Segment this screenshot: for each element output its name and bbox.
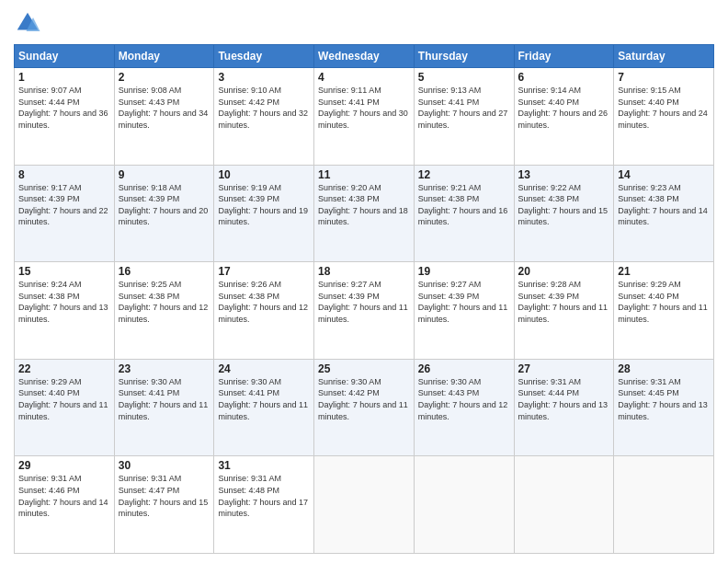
calendar-cell: 26Sunrise: 9:30 AM Sunset: 4:43 PM Dayli… <box>414 359 514 456</box>
day-info: Sunrise: 9:27 AM Sunset: 4:39 PM Dayligh… <box>418 279 510 325</box>
calendar-cell: 15Sunrise: 9:24 AM Sunset: 4:38 PM Dayli… <box>15 262 115 360</box>
calendar-cell: 13Sunrise: 9:22 AM Sunset: 4:38 PM Dayli… <box>514 165 614 262</box>
day-number: 6 <box>518 71 610 84</box>
calendar-cell: 29Sunrise: 9:31 AM Sunset: 4:46 PM Dayli… <box>15 456 115 554</box>
logo-icon <box>14 9 41 37</box>
day-number: 26 <box>418 362 510 375</box>
calendar-week-3: 15Sunrise: 9:24 AM Sunset: 4:38 PM Dayli… <box>15 262 714 360</box>
day-info: Sunrise: 9:15 AM Sunset: 4:40 PM Dayligh… <box>618 85 710 131</box>
calendar-cell: 27Sunrise: 9:31 AM Sunset: 4:44 PM Dayli… <box>514 359 614 456</box>
calendar-cell: 20Sunrise: 9:28 AM Sunset: 4:39 PM Dayli… <box>514 262 614 360</box>
day-info: Sunrise: 9:27 AM Sunset: 4:39 PM Dayligh… <box>318 279 410 325</box>
day-number: 7 <box>618 71 710 84</box>
day-number: 16 <box>119 265 210 278</box>
calendar-week-1: 1Sunrise: 9:07 AM Sunset: 4:44 PM Daylig… <box>15 68 714 166</box>
day-number: 12 <box>418 168 510 181</box>
day-number: 20 <box>518 265 610 278</box>
calendar-cell: 6Sunrise: 9:14 AM Sunset: 4:40 PM Daylig… <box>514 68 614 166</box>
calendar-cell <box>514 456 614 554</box>
day-info: Sunrise: 9:30 AM Sunset: 4:41 PM Dayligh… <box>119 376 210 422</box>
weekday-header-thursday: Thursday <box>414 45 514 68</box>
day-info: Sunrise: 9:20 AM Sunset: 4:38 PM Dayligh… <box>318 182 410 228</box>
day-number: 1 <box>18 71 110 84</box>
day-info: Sunrise: 9:13 AM Sunset: 4:41 PM Dayligh… <box>418 85 510 131</box>
day-info: Sunrise: 9:26 AM Sunset: 4:38 PM Dayligh… <box>218 279 310 325</box>
calendar-week-4: 22Sunrise: 9:29 AM Sunset: 4:40 PM Dayli… <box>15 359 714 456</box>
day-number: 29 <box>18 459 110 472</box>
day-info: Sunrise: 9:21 AM Sunset: 4:38 PM Dayligh… <box>418 182 510 228</box>
day-info: Sunrise: 9:10 AM Sunset: 4:42 PM Dayligh… <box>218 85 310 131</box>
day-info: Sunrise: 9:22 AM Sunset: 4:38 PM Dayligh… <box>518 182 610 228</box>
calendar-table: SundayMondayTuesdayWednesdayThursdayFrid… <box>14 44 714 554</box>
day-number: 19 <box>418 265 510 278</box>
day-number: 10 <box>218 168 310 181</box>
calendar-cell: 8Sunrise: 9:17 AM Sunset: 4:39 PM Daylig… <box>15 165 115 262</box>
day-number: 24 <box>218 362 310 375</box>
day-info: Sunrise: 9:14 AM Sunset: 4:40 PM Dayligh… <box>518 85 610 131</box>
calendar-cell: 24Sunrise: 9:30 AM Sunset: 4:41 PM Dayli… <box>214 359 314 456</box>
day-info: Sunrise: 9:29 AM Sunset: 4:40 PM Dayligh… <box>18 376 110 422</box>
day-number: 23 <box>119 362 210 375</box>
day-number: 31 <box>218 459 310 472</box>
calendar-cell: 16Sunrise: 9:25 AM Sunset: 4:38 PM Dayli… <box>114 262 214 360</box>
day-info: Sunrise: 9:31 AM Sunset: 4:47 PM Dayligh… <box>119 473 210 519</box>
day-info: Sunrise: 9:31 AM Sunset: 4:45 PM Dayligh… <box>618 376 710 422</box>
day-info: Sunrise: 9:18 AM Sunset: 4:39 PM Dayligh… <box>119 182 210 228</box>
day-number: 17 <box>218 265 310 278</box>
day-info: Sunrise: 9:30 AM Sunset: 4:41 PM Dayligh… <box>218 376 310 422</box>
day-info: Sunrise: 9:17 AM Sunset: 4:39 PM Dayligh… <box>18 182 110 228</box>
calendar-cell: 12Sunrise: 9:21 AM Sunset: 4:38 PM Dayli… <box>414 165 514 262</box>
weekday-header-sunday: Sunday <box>15 45 115 68</box>
day-number: 3 <box>218 71 310 84</box>
day-info: Sunrise: 9:31 AM Sunset: 4:48 PM Dayligh… <box>218 473 310 519</box>
weekday-header-tuesday: Tuesday <box>214 45 314 68</box>
weekday-header-friday: Friday <box>514 45 614 68</box>
calendar-cell: 30Sunrise: 9:31 AM Sunset: 4:47 PM Dayli… <box>114 456 214 554</box>
day-info: Sunrise: 9:19 AM Sunset: 4:39 PM Dayligh… <box>218 182 310 228</box>
day-number: 27 <box>518 362 610 375</box>
calendar-cell: 9Sunrise: 9:18 AM Sunset: 4:39 PM Daylig… <box>114 165 214 262</box>
day-info: Sunrise: 9:31 AM Sunset: 4:44 PM Dayligh… <box>518 376 610 422</box>
day-info: Sunrise: 9:23 AM Sunset: 4:38 PM Dayligh… <box>618 182 710 228</box>
calendar-cell <box>314 456 415 554</box>
page: SundayMondayTuesdayWednesdayThursdayFrid… <box>0 0 728 563</box>
calendar-cell: 22Sunrise: 9:29 AM Sunset: 4:40 PM Dayli… <box>15 359 115 456</box>
day-number: 11 <box>318 168 410 181</box>
day-number: 21 <box>618 265 710 278</box>
day-info: Sunrise: 9:07 AM Sunset: 4:44 PM Dayligh… <box>18 85 110 131</box>
day-info: Sunrise: 9:30 AM Sunset: 4:42 PM Dayligh… <box>318 376 410 422</box>
day-info: Sunrise: 9:31 AM Sunset: 4:46 PM Dayligh… <box>18 473 110 519</box>
day-number: 15 <box>18 265 110 278</box>
header <box>14 9 714 37</box>
day-number: 18 <box>318 265 410 278</box>
calendar-cell: 17Sunrise: 9:26 AM Sunset: 4:38 PM Dayli… <box>214 262 314 360</box>
day-info: Sunrise: 9:30 AM Sunset: 4:43 PM Dayligh… <box>418 376 510 422</box>
day-number: 9 <box>119 168 210 181</box>
calendar-cell: 19Sunrise: 9:27 AM Sunset: 4:39 PM Dayli… <box>414 262 514 360</box>
logo <box>14 9 45 37</box>
calendar-cell: 7Sunrise: 9:15 AM Sunset: 4:40 PM Daylig… <box>614 68 714 166</box>
calendar-cell <box>414 456 514 554</box>
weekday-header-monday: Monday <box>114 45 214 68</box>
day-number: 22 <box>18 362 110 375</box>
calendar-cell: 25Sunrise: 9:30 AM Sunset: 4:42 PM Dayli… <box>314 359 415 456</box>
day-info: Sunrise: 9:11 AM Sunset: 4:41 PM Dayligh… <box>318 85 410 131</box>
calendar-cell: 21Sunrise: 9:29 AM Sunset: 4:40 PM Dayli… <box>614 262 714 360</box>
calendar-cell: 11Sunrise: 9:20 AM Sunset: 4:38 PM Dayli… <box>314 165 415 262</box>
calendar-cell: 10Sunrise: 9:19 AM Sunset: 4:39 PM Dayli… <box>214 165 314 262</box>
day-number: 30 <box>119 459 210 472</box>
calendar-cell: 18Sunrise: 9:27 AM Sunset: 4:39 PM Dayli… <box>314 262 415 360</box>
day-number: 14 <box>618 168 710 181</box>
day-number: 5 <box>418 71 510 84</box>
day-number: 8 <box>18 168 110 181</box>
weekday-header-saturday: Saturday <box>614 45 714 68</box>
calendar-cell: 3Sunrise: 9:10 AM Sunset: 4:42 PM Daylig… <box>214 68 314 166</box>
weekday-header-wednesday: Wednesday <box>314 45 415 68</box>
day-info: Sunrise: 9:25 AM Sunset: 4:38 PM Dayligh… <box>119 279 210 325</box>
calendar-week-5: 29Sunrise: 9:31 AM Sunset: 4:46 PM Dayli… <box>15 456 714 554</box>
day-info: Sunrise: 9:24 AM Sunset: 4:38 PM Dayligh… <box>18 279 110 325</box>
calendar-cell: 31Sunrise: 9:31 AM Sunset: 4:48 PM Dayli… <box>214 456 314 554</box>
calendar-cell: 28Sunrise: 9:31 AM Sunset: 4:45 PM Dayli… <box>614 359 714 456</box>
day-number: 13 <box>518 168 610 181</box>
weekday-header-row: SundayMondayTuesdayWednesdayThursdayFrid… <box>15 45 714 68</box>
